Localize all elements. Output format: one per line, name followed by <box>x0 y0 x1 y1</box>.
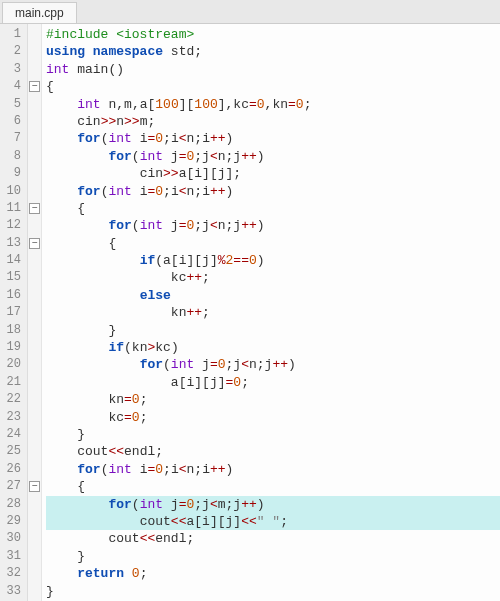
line-number: 28 <box>4 496 21 513</box>
line-number: 33 <box>4 583 21 600</box>
code-line[interactable]: int main() <box>46 61 500 78</box>
line-number-gutter: 1234567891011121314151617181920212223242… <box>0 24 28 601</box>
code-line[interactable]: for(int j=0;j<n;j++) <box>46 148 500 165</box>
tab-main-cpp[interactable]: main.cpp <box>2 2 77 23</box>
code-line[interactable]: cin>>a[i][j]; <box>46 165 500 182</box>
line-number: 12 <box>4 217 21 234</box>
code-line[interactable]: cout<<endl; <box>46 443 500 460</box>
code-area[interactable]: #include <iostream>using namespace std;i… <box>42 24 500 601</box>
code-line[interactable]: for(int i=0;i<n;i++) <box>46 130 500 147</box>
code-line[interactable]: for(int j=0;j<m;j++) <box>46 496 500 513</box>
line-number: 19 <box>4 339 21 356</box>
code-line[interactable]: cout<<endl; <box>46 530 500 547</box>
code-line[interactable]: { <box>46 235 500 252</box>
fold-toggle-icon[interactable]: − <box>29 81 40 92</box>
line-number: 29 <box>4 513 21 530</box>
code-editor[interactable]: 1234567891011121314151617181920212223242… <box>0 24 500 601</box>
line-number: 17 <box>4 304 21 321</box>
line-number: 1 <box>4 26 21 43</box>
line-number: 5 <box>4 96 21 113</box>
line-number: 13 <box>4 235 21 252</box>
code-line[interactable]: else <box>46 287 500 304</box>
fold-column: −−−− <box>28 24 42 601</box>
line-number: 7 <box>4 130 21 147</box>
code-line[interactable]: } <box>46 583 500 600</box>
code-line[interactable]: #include <iostream> <box>46 26 500 43</box>
code-line[interactable]: for(int j=0;j<n;j++) <box>46 356 500 373</box>
line-number: 32 <box>4 565 21 582</box>
fold-toggle-icon[interactable]: − <box>29 203 40 214</box>
code-line[interactable]: { <box>46 200 500 217</box>
line-number: 20 <box>4 356 21 373</box>
code-line[interactable]: a[i][j]=0; <box>46 374 500 391</box>
code-line[interactable]: for(int j=0;j<n;j++) <box>46 217 500 234</box>
line-number: 25 <box>4 443 21 460</box>
line-number: 31 <box>4 548 21 565</box>
line-number: 24 <box>4 426 21 443</box>
fold-toggle-icon[interactable]: − <box>29 238 40 249</box>
code-line[interactable]: using namespace std; <box>46 43 500 60</box>
line-number: 9 <box>4 165 21 182</box>
line-number: 22 <box>4 391 21 408</box>
code-line[interactable]: } <box>46 322 500 339</box>
line-number: 21 <box>4 374 21 391</box>
code-line[interactable]: kc=0; <box>46 409 500 426</box>
line-number: 8 <box>4 148 21 165</box>
line-number: 10 <box>4 183 21 200</box>
code-line[interactable]: for(int i=0;i<n;i++) <box>46 183 500 200</box>
code-line[interactable]: kn++; <box>46 304 500 321</box>
code-line[interactable]: } <box>46 548 500 565</box>
tab-bar: main.cpp <box>0 0 500 24</box>
code-line[interactable]: kc++; <box>46 269 500 286</box>
line-number: 6 <box>4 113 21 130</box>
code-line[interactable]: { <box>46 78 500 95</box>
fold-toggle-icon[interactable]: − <box>29 481 40 492</box>
code-line[interactable]: int n,m,a[100][100],kc=0,kn=0; <box>46 96 500 113</box>
line-number: 11 <box>4 200 21 217</box>
line-number: 15 <box>4 269 21 286</box>
code-line[interactable]: { <box>46 478 500 495</box>
code-line[interactable]: cout<<a[i][j]<<" "; <box>46 513 500 530</box>
line-number: 18 <box>4 322 21 339</box>
line-number: 30 <box>4 530 21 547</box>
line-number: 3 <box>4 61 21 78</box>
line-number: 16 <box>4 287 21 304</box>
code-line[interactable]: for(int i=0;i<n;i++) <box>46 461 500 478</box>
code-line[interactable]: if(a[i][j]%2==0) <box>46 252 500 269</box>
code-line[interactable]: cin>>n>>m; <box>46 113 500 130</box>
code-line[interactable]: kn=0; <box>46 391 500 408</box>
line-number: 26 <box>4 461 21 478</box>
line-number: 14 <box>4 252 21 269</box>
line-number: 2 <box>4 43 21 60</box>
line-number: 23 <box>4 409 21 426</box>
code-line[interactable]: return 0; <box>46 565 500 582</box>
line-number: 4 <box>4 78 21 95</box>
line-number: 27 <box>4 478 21 495</box>
code-line[interactable]: } <box>46 426 500 443</box>
code-line[interactable]: if(kn>kc) <box>46 339 500 356</box>
